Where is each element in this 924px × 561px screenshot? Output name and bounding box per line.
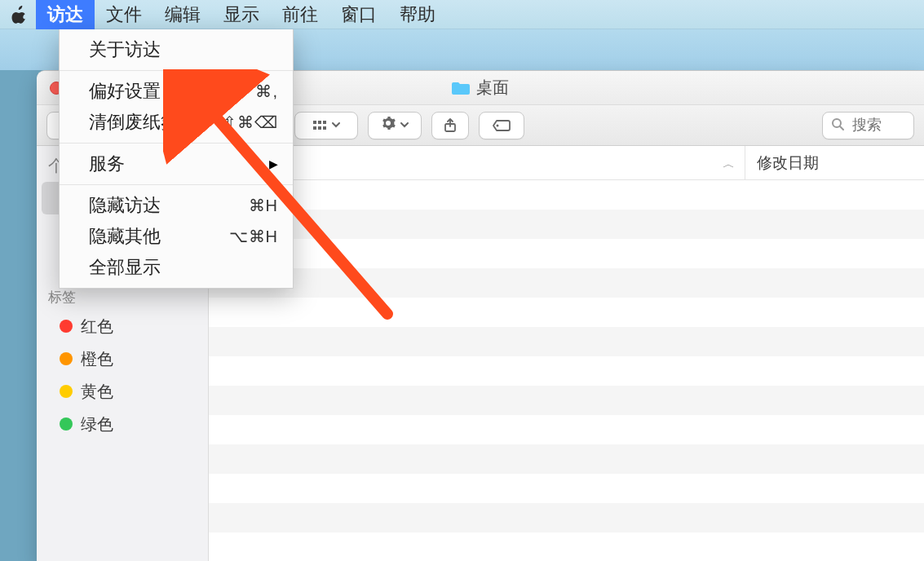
menu-bar: 访达 文件 编辑 显示 前往 窗口 帮助 <box>0 0 924 29</box>
menu-about-finder-label: 关于访达 <box>89 38 278 62</box>
menu-item-file[interactable]: 文件 <box>95 0 153 29</box>
column-header-date-modified[interactable]: 修改日期 <box>745 146 924 179</box>
menu-item-window[interactable]: 窗口 <box>329 0 388 29</box>
menu-empty-trash-label: 清倒废纸篓… <box>89 110 223 135</box>
search-input[interactable] <box>851 116 905 135</box>
chevron-down-icon <box>400 122 409 129</box>
share-button[interactable] <box>431 112 469 139</box>
finder-app-menu-dropdown: 关于访达 偏好设置… ⌘, 清倒废纸篓… ⇧⌘⌫ 服务 ▶ 隐藏访达 ⌘H 隐藏… <box>59 29 294 289</box>
column-header-date-label: 修改日期 <box>757 152 819 174</box>
menu-item-edit[interactable]: 编辑 <box>153 0 212 29</box>
apple-menu-icon[interactable] <box>8 3 31 26</box>
tag-dot-icon <box>60 417 73 431</box>
file-list-area: 名称 〈 修改日期 <box>209 146 924 561</box>
menu-empty-trash[interactable]: 清倒废纸篓… ⇧⌘⌫ <box>60 107 293 138</box>
sidebar-tag-yellow[interactable]: 黄色 <box>37 375 208 408</box>
menu-separator <box>60 70 293 71</box>
menu-hide-others-shortcut: ⌥⌘H <box>229 227 278 246</box>
gear-icon <box>381 116 396 135</box>
menu-preferences[interactable]: 偏好设置… ⌘, <box>60 76 293 107</box>
menu-item-go[interactable]: 前往 <box>271 0 329 29</box>
tag-dot-icon <box>60 385 73 398</box>
action-button[interactable] <box>368 112 422 139</box>
menu-preferences-shortcut: ⌘, <box>255 82 278 101</box>
sidebar-tag-green[interactable]: 绿色 <box>37 408 208 440</box>
chevron-down-icon <box>332 122 340 129</box>
sort-ascending-icon: 〈 <box>720 157 735 169</box>
sidebar-item-label: 黄色 <box>81 381 113 403</box>
svg-line-23 <box>840 126 843 130</box>
svg-point-21 <box>497 124 499 126</box>
menu-item-view[interactable]: 显示 <box>212 0 271 29</box>
svg-rect-15 <box>318 121 321 124</box>
tag-dot-icon <box>60 352 73 365</box>
menu-hide-finder-shortcut: ⌘H <box>249 196 278 215</box>
arrange-button[interactable] <box>294 112 358 139</box>
submenu-arrow-icon: ▶ <box>269 157 278 170</box>
menu-services-label: 服务 <box>89 152 269 176</box>
menu-hide-others[interactable]: 隐藏其他 ⌥⌘H <box>60 221 293 252</box>
menu-separator <box>60 184 293 185</box>
svg-rect-19 <box>323 126 326 130</box>
tag-dot-icon <box>60 320 73 333</box>
file-rows[interactable] <box>209 180 924 561</box>
menu-services[interactable]: 服务 ▶ <box>60 148 293 179</box>
sidebar-item-label: 绿色 <box>81 413 113 435</box>
search-icon <box>831 116 844 135</box>
svg-rect-17 <box>313 126 316 130</box>
svg-rect-16 <box>323 121 326 124</box>
menu-show-all-label: 全部显示 <box>89 255 278 280</box>
menu-item-finder[interactable]: 访达 <box>36 0 95 29</box>
menu-show-all[interactable]: 全部显示 <box>60 252 293 283</box>
menu-preferences-label: 偏好设置… <box>89 79 255 104</box>
svg-rect-18 <box>318 126 321 130</box>
svg-rect-14 <box>313 121 316 124</box>
edit-tags-button[interactable] <box>479 112 524 139</box>
menu-about-finder[interactable]: 关于访达 <box>60 34 293 65</box>
menu-hide-others-label: 隐藏其他 <box>89 224 229 249</box>
menu-hide-finder-label: 隐藏访达 <box>89 193 249 218</box>
column-headers: 名称 〈 修改日期 <box>209 146 924 180</box>
search-field[interactable] <box>822 112 914 139</box>
sidebar-tag-red[interactable]: 红色 <box>37 310 208 342</box>
window-title-text: 桌面 <box>476 77 509 99</box>
sidebar-tag-orange[interactable]: 橙色 <box>37 342 208 375</box>
menu-hide-finder[interactable]: 隐藏访达 ⌘H <box>60 190 293 221</box>
folder-icon <box>452 81 470 95</box>
menu-item-help[interactable]: 帮助 <box>388 0 447 29</box>
sidebar-item-label: 橙色 <box>81 348 113 370</box>
menu-separator <box>60 143 293 144</box>
sidebar-item-label: 红色 <box>81 316 113 338</box>
menu-empty-trash-shortcut: ⇧⌘⌫ <box>223 113 278 132</box>
